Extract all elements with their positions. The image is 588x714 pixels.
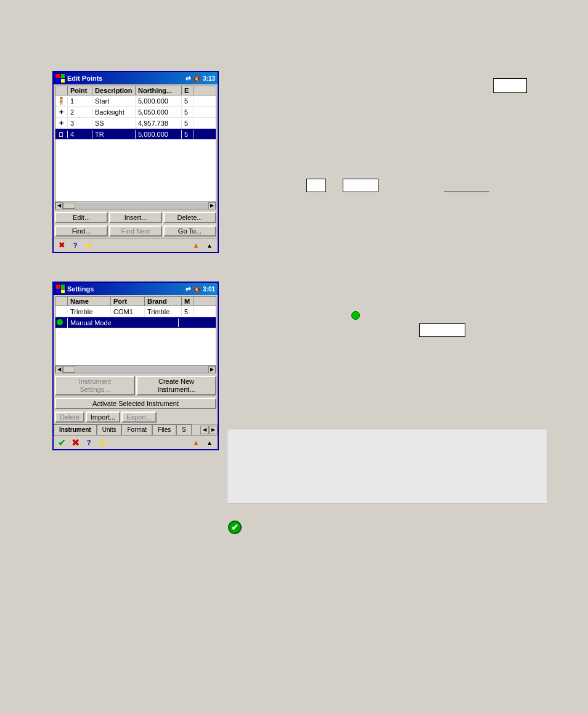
edit-points-titlebar: Edit Points ⇄ 🔇 3:13 [54,72,218,84]
settings-toolbar: ✔ ✖ ? ★ ▲ ▲ [54,435,218,449]
goto-button[interactable]: Go To... [163,225,216,237]
settings-row-dot-1 [55,311,68,312]
settings-table-row[interactable]: Trimble COM1 Trimble 5 [55,306,216,317]
up-arrow-icon[interactable]: ▲ [204,240,215,251]
activate-row: Activate Selected Instrument [54,397,218,410]
table-row[interactable]: + 3 SS 4,957.738 5 [55,118,216,129]
row-icon-3: + [55,118,68,128]
settings-window: Settings ⇄ 🔇 3:01 Name Port Brand M Trim… [52,282,219,450]
delete-button-settings[interactable]: Delete [55,412,84,423]
cancel-x-icon[interactable]: ✖ [70,437,81,448]
settings-col-brand: Brand [145,297,182,306]
settings-triangle-icon[interactable]: ▲ [190,437,202,448]
tab-units[interactable]: Units [97,424,122,435]
create-new-instrument-button[interactable]: Create NewInstrument... [136,376,216,396]
table-row[interactable]: 🗒 4 TR 5,000.000 5 [55,129,216,140]
top-right-annotation-box [493,78,527,93]
activate-selected-button[interactable]: Activate Selected Instrument [55,398,216,409]
connection-icon: ⇄ [186,75,190,82]
point-e-3: 5 [182,119,194,128]
find-next-button[interactable]: Find Next [109,225,162,237]
settings-scroll-track[interactable] [63,367,208,373]
tab-prev-arrow[interactable]: ◀ [200,426,209,434]
settings-m-1: 5 [182,307,194,316]
settings-col-dot [55,297,68,306]
instrument-settings-button[interactable]: InstrumentSettings... [55,376,135,396]
close-icon[interactable]: ✖ [56,240,67,251]
settings-star-icon[interactable]: ★ [97,437,108,448]
point-num-2: 2 [68,108,92,116]
table-row[interactable]: + 2 Backsight 5,050.000 5 [55,107,216,118]
settings-col-name: Name [68,297,111,306]
mid-right-annotation-box [419,323,465,337]
settings-scroll-thumb[interactable] [63,367,75,373]
settings-col-port: Port [111,297,145,306]
star-icon[interactable]: ★ [83,240,94,251]
bottom-checkmark-icon: ✔ [228,521,242,534]
triangle-icon[interactable]: ▲ [190,240,202,251]
settings-help-icon[interactable]: ? [83,437,94,448]
settings-windows-logo [56,285,65,293]
settings-up-arrow-icon[interactable]: ▲ [204,437,215,448]
settings-time: 3:01 [203,286,215,293]
settings-table: Name Port Brand M Trimble COM1 Trimble 5… [55,296,216,373]
settings-tabs: Instrument Units Format Files S ◀ ▶ [54,424,218,435]
table-row[interactable]: 🧍 1 Start 5,000.000 5 [55,95,216,107]
tab-files[interactable]: Files [152,424,176,435]
row-icon-2: + [55,107,68,116]
point-desc-1: Start [92,97,136,105]
settings-scroll-left[interactable]: ◀ [55,366,63,373]
find-button[interactable]: Find... [55,225,108,237]
title-bar-controls: ⇄ 🔇 3:13 [186,75,215,82]
tab-format[interactable]: Format [121,424,152,435]
point-desc-4: TR [92,130,136,139]
tab-s[interactable]: S [176,424,192,435]
edit-points-window: Edit Points ⇄ 🔇 3:13 Point Description N… [52,71,219,253]
export-button[interactable]: Export... [121,412,157,423]
insert-button[interactable]: Insert... [109,212,162,223]
point-num-3: 3 [68,119,92,128]
settings-scroll-right[interactable]: ▶ [208,366,216,373]
row-icon-4: 🗒 [55,131,68,138]
horizontal-scrollbar[interactable]: ◀ ▶ [55,201,216,209]
settings-button-row-2: Delete Import... Export... [54,410,218,424]
settings-titlebar: Settings ⇄ 🔇 3:01 [54,283,218,295]
settings-title-controls: ⇄ 🔇 3:01 [186,286,215,293]
settings-port-1: COM1 [111,307,145,316]
scroll-left-arrow[interactable]: ◀ [55,202,63,209]
settings-col-m: M [182,297,194,306]
point-num-1: 1 [68,97,92,105]
settings-name-2: Manual Mode [68,318,179,327]
row-icon-1: 🧍 [55,97,68,105]
scroll-thumb[interactable] [63,203,75,209]
settings-title: Settings [67,285,94,293]
clock-time: 3:13 [203,75,215,82]
table-body: 🧍 1 Start 5,000.000 5 + 2 Backsight 5,05… [55,95,216,201]
point-e-2: 5 [182,108,194,116]
settings-table-row[interactable]: Manual Mode [55,317,216,328]
tab-instrument[interactable]: Instrument [54,424,97,435]
edit-points-title: Edit Points [67,75,102,82]
settings-scrollbar[interactable]: ◀ ▶ [55,365,216,373]
settings-sound-icon: 🔇 [193,286,200,293]
ok-check-icon[interactable]: ✔ [56,437,67,448]
import-button[interactable]: Import... [86,412,120,423]
scroll-right-arrow[interactable]: ▶ [208,202,216,209]
edit-points-toolbar: ✖ ? ★ ▲ ▲ [54,238,218,252]
underline-annotation: ____________ [444,185,489,192]
empty-space [55,140,216,201]
help-icon[interactable]: ? [70,240,81,251]
button-row-2: Find... Find Next Go To... [54,224,218,238]
windows-logo-icon [56,74,65,83]
edit-button[interactable]: Edit... [55,212,108,223]
col-icon [55,86,68,95]
col-northing: Northing... [136,86,182,95]
delete-button[interactable]: Delete... [163,212,216,223]
tab-next-arrow[interactable]: ▶ [209,426,218,434]
settings-table-header: Name Port Brand M [55,297,216,306]
points-table: Point Description Northing... E 🧍 1 Star… [55,86,216,209]
point-north-4: 5,000.000 [136,130,182,139]
settings-empty-space [55,328,216,365]
mid-green-dot [351,311,360,321]
scroll-track[interactable] [63,203,208,209]
